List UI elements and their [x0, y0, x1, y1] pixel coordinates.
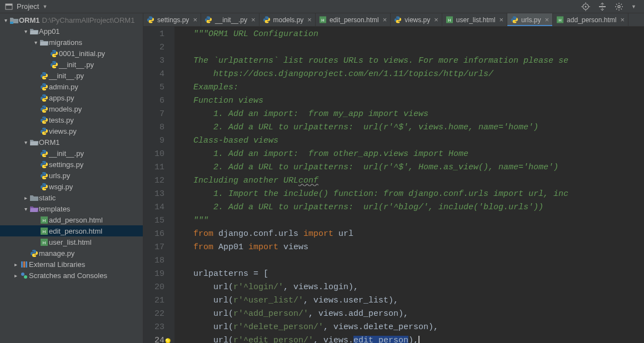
close-icon[interactable]: × — [434, 16, 438, 24]
code-line[interactable]: Including another URLconf — [193, 174, 644, 188]
collapse-icon[interactable] — [598, 2, 607, 11]
chevron-down-icon[interactable]: ▼ — [42, 4, 47, 9]
editor-tab[interactable]: settings.py× — [143, 13, 201, 26]
editor-code[interactable]: """ORM1 URL ConfigurationThe `urlpattern… — [174, 27, 644, 343]
svg-text:H: H — [448, 18, 451, 23]
tree-item[interactable]: ▸External Libraries — [0, 259, 143, 270]
editor-tab[interactable]: __init__.py× — [201, 13, 259, 26]
editor-tab[interactable]: Hadd_person.html× — [553, 13, 628, 26]
tree-item[interactable]: settings.py — [0, 159, 143, 170]
code-line[interactable]: 2. Add a URL to urlpatterns: url(r'^$', … — [193, 121, 644, 134]
code-line[interactable]: The `urlpatterns` list routes URLs to vi… — [193, 54, 644, 68]
code-line[interactable]: url(r'^delete_person/', views.delete_per… — [193, 321, 644, 334]
svg-text:H: H — [42, 218, 46, 223]
chevron-down-icon[interactable]: ▾ — [2, 17, 9, 23]
chevron-right-icon[interactable]: ▸ — [12, 261, 19, 268]
code-line[interactable]: Class-based views — [193, 134, 644, 148]
py-icon — [49, 49, 59, 58]
chevron-down-icon[interactable]: ▼ — [631, 4, 636, 9]
code-line[interactable]: url(r'^add_person/', views.add_person), — [193, 307, 644, 321]
chevron-down-icon[interactable]: ▾ — [22, 206, 29, 212]
editor-tab[interactable]: urls.py× — [507, 13, 553, 26]
target-icon[interactable] — [581, 2, 590, 11]
tree-item[interactable]: ▾migrations — [0, 37, 143, 48]
folder-open-purple-icon — [29, 205, 39, 213]
code-line[interactable]: from App01 import views — [193, 241, 644, 254]
tree-item[interactable]: urls.py — [0, 170, 143, 181]
svg-text:H: H — [321, 18, 324, 23]
code-line[interactable]: https://docs.djangoproject.com/en/1.11/t… — [193, 68, 644, 81]
editor-tab[interactable]: Huser_list.html× — [442, 13, 507, 26]
code-line[interactable]: Examples: — [193, 81, 644, 94]
tree-item[interactable]: 0001_initial.py — [0, 48, 143, 59]
tree-item[interactable]: ▾App01 — [0, 26, 143, 37]
code-line[interactable]: url(r'^edit_person/', views.edit_person)… — [193, 334, 644, 343]
project-tree[interactable]: ▾ORM1D:\PyCharmAllProject\ORM1▾App01▾mig… — [0, 13, 143, 343]
code-line[interactable]: 1. Add an import: from my_app import vie… — [193, 108, 644, 121]
close-icon[interactable]: × — [251, 16, 256, 24]
chevron-down-icon[interactable]: ▾ — [22, 139, 29, 145]
tree-item[interactable]: manage.py — [0, 248, 143, 259]
close-icon[interactable]: × — [620, 16, 625, 24]
py-icon — [29, 249, 39, 258]
py-icon — [39, 149, 49, 158]
chevron-right-icon[interactable]: ▸ — [22, 195, 29, 201]
tree-item[interactable]: ▾ORM1 — [0, 137, 143, 148]
close-icon[interactable]: × — [307, 16, 312, 24]
html-icon: H — [39, 238, 49, 246]
tree-item[interactable]: views.py — [0, 125, 143, 137]
tree-item[interactable]: admin.py — [0, 81, 143, 92]
bulb-icon[interactable]: 💡 — [163, 336, 172, 343]
code-line[interactable]: """ORM1 URL Configuration — [193, 28, 644, 41]
svg-point-11 — [618, 6, 620, 8]
html-icon: H — [446, 16, 453, 24]
tree-item[interactable]: Huser_list.html — [0, 236, 143, 248]
py-icon — [511, 16, 518, 24]
code-line[interactable]: 1. Add an import: from other_app.views i… — [193, 148, 644, 161]
editor-tab[interactable]: views.py× — [391, 13, 442, 26]
chevron-down-icon[interactable]: ▾ — [32, 39, 39, 46]
close-icon[interactable]: × — [500, 16, 504, 24]
tree-item[interactable]: Hadd_person.html — [0, 214, 143, 225]
lib-icon — [19, 260, 29, 269]
editor-body[interactable]: 123456789101112131415161718192021222324💡… — [143, 27, 644, 343]
close-icon[interactable]: × — [383, 16, 387, 24]
project-label[interactable]: Project — [17, 2, 39, 11]
tree-item[interactable]: ▸static — [0, 192, 143, 203]
py-icon — [39, 83, 49, 91]
scratch-icon — [19, 271, 29, 280]
tree-item[interactable]: tests.py — [0, 114, 143, 125]
tree-item[interactable]: ▾templates — [0, 203, 143, 214]
tree-item[interactable]: Hedit_person.html — [0, 225, 143, 236]
code-line[interactable] — [193, 254, 644, 268]
tree-item[interactable]: __init__.py — [0, 70, 143, 81]
code-line[interactable]: urlpatterns = [ — [193, 268, 644, 281]
tree-item[interactable]: __init__.py — [0, 59, 143, 70]
folder-open-icon — [29, 28, 39, 35]
close-icon[interactable]: × — [193, 16, 197, 24]
editor-tab[interactable]: Hedit_person.html× — [316, 13, 391, 26]
tree-root[interactable]: ▾ORM1D:\PyCharmAllProject\ORM1 — [0, 14, 143, 26]
code-line[interactable]: 1. Import the include() function: from d… — [193, 188, 644, 201]
svg-rect-21 — [26, 261, 27, 268]
py-icon — [39, 183, 49, 191]
chevron-right-icon[interactable]: ▸ — [12, 273, 19, 279]
gear-icon[interactable] — [615, 2, 623, 11]
code-line[interactable] — [193, 41, 644, 54]
code-line[interactable]: 2. Add a URL to urlpatterns: url(r'^blog… — [193, 201, 644, 214]
tree-item[interactable]: wsgi.py — [0, 181, 143, 192]
tree-item[interactable]: ▸Scratches and Consoles — [0, 270, 143, 281]
tree-item[interactable]: __init__.py — [0, 148, 143, 159]
chevron-down-icon[interactable]: ▾ — [22, 28, 29, 34]
tree-item[interactable]: apps.py — [0, 92, 143, 103]
code-line[interactable]: """ — [193, 214, 644, 228]
editor-tab[interactable]: models.py× — [259, 13, 316, 26]
code-line[interactable]: Function views — [193, 94, 644, 108]
code-line[interactable]: 2. Add a URL to urlpatterns: url(r'^$', … — [193, 161, 644, 174]
code-line[interactable]: url(r'^login/', views.login), — [193, 281, 644, 294]
py-icon — [39, 72, 49, 80]
code-line[interactable]: from django.conf.urls import url — [193, 228, 644, 241]
code-line[interactable]: url(r'^user_list/', views.user_list), — [193, 294, 644, 307]
close-icon[interactable]: × — [545, 16, 549, 24]
tree-item[interactable]: models.py — [0, 103, 143, 114]
